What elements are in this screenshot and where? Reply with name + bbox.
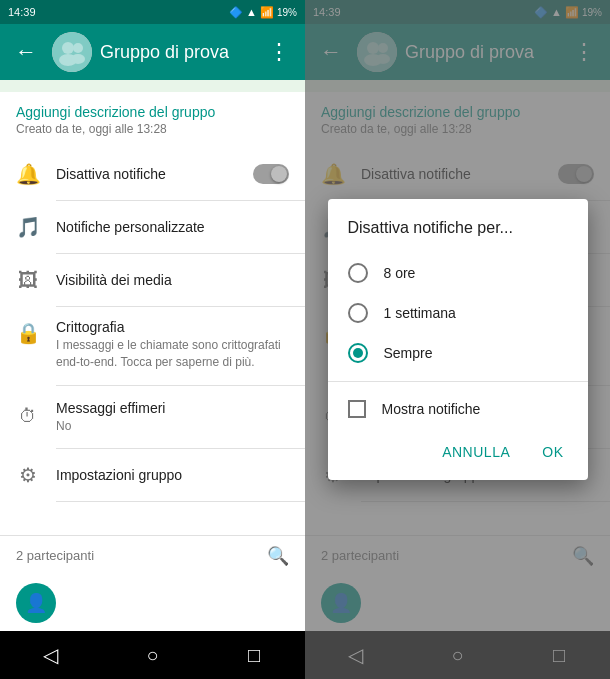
group-settings-text: Impostazioni gruppo bbox=[56, 467, 289, 483]
settings-item-media[interactable]: 🖼 Visibilità dei media bbox=[0, 254, 305, 306]
group-avatar-left bbox=[52, 32, 92, 72]
checkbox-label-show-notifications: Mostra notifiche bbox=[382, 401, 481, 417]
ephemeral-text: Messaggi effimeri No bbox=[56, 400, 289, 435]
radio-circle-sempre bbox=[348, 343, 368, 363]
back-button-left[interactable]: ← bbox=[8, 34, 44, 70]
settings-item-group-settings[interactable]: ⚙ Impostazioni gruppo bbox=[0, 449, 305, 501]
photo-icon: 🖼 bbox=[16, 268, 40, 292]
search-icon-left[interactable]: 🔍 bbox=[267, 545, 289, 567]
svg-point-1 bbox=[62, 42, 74, 54]
participant-avatar-1[interactable]: 👤 bbox=[16, 583, 56, 623]
svg-point-4 bbox=[71, 54, 85, 64]
checkbox-show-notifications[interactable] bbox=[348, 400, 366, 418]
gear-icon: ⚙ bbox=[16, 463, 40, 487]
modal-actions: ANNULLA OK bbox=[328, 428, 588, 472]
modal-card: Disattiva notifiche per... 8 ore 1 setti… bbox=[328, 199, 588, 480]
radio-label-sempre: Sempre bbox=[384, 345, 433, 361]
notifications-text: Disattiva notifiche bbox=[56, 166, 253, 182]
back-nav-left[interactable]: ◁ bbox=[21, 635, 81, 675]
radio-circle-8ore bbox=[348, 263, 368, 283]
lock-icon: 🔒 bbox=[16, 321, 40, 345]
checkbox-row-show-notifications[interactable]: Mostra notifiche bbox=[328, 390, 588, 428]
home-nav-left[interactable]: ○ bbox=[122, 635, 182, 675]
add-description-left[interactable]: Aggiungi descrizione del gruppo bbox=[16, 104, 289, 120]
left-panel: 14:39 🔷 ▲ 📶 19% ← Gruppo di prova ⋮ bbox=[0, 0, 305, 679]
custom-notifications-text: Notifiche personalizzate bbox=[56, 219, 289, 235]
modal-divider bbox=[328, 381, 588, 382]
nav-bar-left: ◁ ○ □ bbox=[0, 631, 305, 679]
timer-icon: ⏱ bbox=[16, 405, 40, 429]
status-bar-left: 14:39 🔷 ▲ 📶 19% bbox=[0, 0, 305, 24]
participants-bar-left: 2 partecipanti 🔍 bbox=[0, 535, 305, 575]
radio-option-8ore[interactable]: 8 ore bbox=[328, 253, 588, 293]
encryption-text: Crittografia I messaggi e le chiamate so… bbox=[56, 319, 289, 371]
settings-item-custom-notifications[interactable]: 🎵 Notifiche personalizzate bbox=[0, 201, 305, 253]
ok-button[interactable]: OK bbox=[530, 436, 575, 468]
modal-title: Disattiva notifiche per... bbox=[328, 219, 588, 253]
group-header-left bbox=[0, 80, 305, 92]
signal-icon: 📶 bbox=[260, 6, 274, 19]
radio-circle-1week bbox=[348, 303, 368, 323]
app-bar-left: ← Gruppo di prova ⋮ bbox=[0, 24, 305, 80]
participant-row-left: 👤 bbox=[0, 575, 305, 631]
right-panel: 14:39 🔷 ▲ 📶 19% ← Gruppo di prova ⋮ bbox=[305, 0, 610, 679]
bell-icon: 🔔 bbox=[16, 162, 40, 186]
created-by-left: Creato da te, oggi alle 13:28 bbox=[16, 122, 289, 136]
toggle-thumb bbox=[271, 166, 287, 182]
bluetooth-icon: 🔷 bbox=[229, 6, 243, 19]
settings-list-left: 🔔 Disattiva notifiche 🎵 Notifiche person… bbox=[0, 148, 305, 535]
settings-item-notifications[interactable]: 🔔 Disattiva notifiche bbox=[0, 148, 305, 200]
wifi-icon: ▲ bbox=[246, 6, 257, 18]
battery-icon: 19% bbox=[277, 7, 297, 18]
media-text: Visibilità dei media bbox=[56, 272, 289, 288]
more-button-left[interactable]: ⋮ bbox=[261, 34, 297, 70]
status-icons-left: 🔷 ▲ 📶 19% bbox=[229, 6, 297, 19]
radio-label-1week: 1 settimana bbox=[384, 305, 456, 321]
notifications-toggle[interactable] bbox=[253, 164, 289, 184]
group-title-left: Gruppo di prova bbox=[100, 42, 253, 63]
svg-point-3 bbox=[73, 43, 83, 53]
settings-item-encryption[interactable]: 🔒 Crittografia I messaggi e le chiamate … bbox=[0, 307, 305, 385]
info-section-left: Aggiungi descrizione del gruppo Creato d… bbox=[0, 92, 305, 148]
radio-option-1week[interactable]: 1 settimana bbox=[328, 293, 588, 333]
radio-option-sempre[interactable]: Sempre bbox=[328, 333, 588, 373]
radio-inner-sempre bbox=[353, 348, 363, 358]
participants-label-left: 2 partecipanti bbox=[16, 548, 94, 563]
cancel-button[interactable]: ANNULLA bbox=[430, 436, 522, 468]
recent-nav-left[interactable]: □ bbox=[224, 635, 284, 675]
modal-overlay: Disattiva notifiche per... 8 ore 1 setti… bbox=[305, 0, 610, 679]
radio-label-8ore: 8 ore bbox=[384, 265, 416, 281]
status-time-left: 14:39 bbox=[8, 6, 36, 18]
music-icon: 🎵 bbox=[16, 215, 40, 239]
settings-item-ephemeral[interactable]: ⏱ Messaggi effimeri No bbox=[0, 386, 305, 449]
